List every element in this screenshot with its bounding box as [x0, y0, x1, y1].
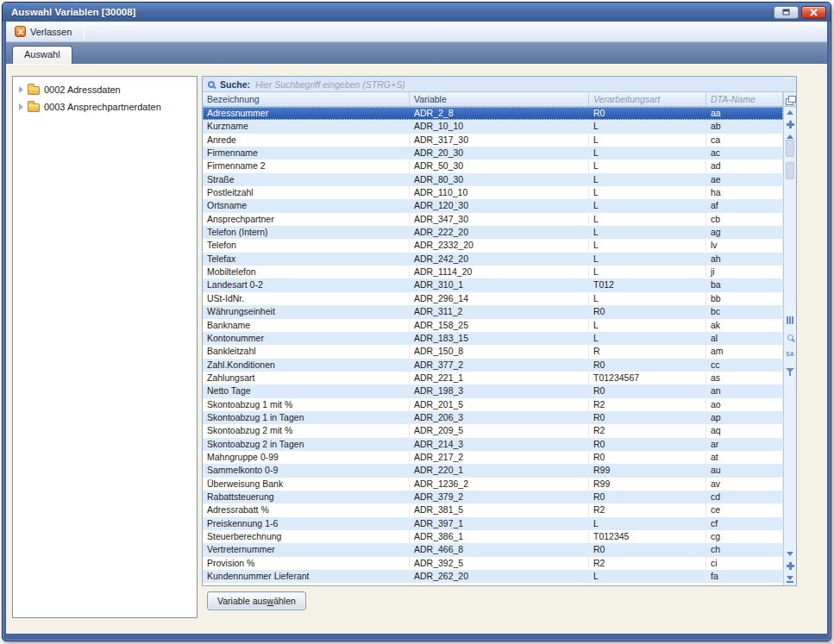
table-row[interactable]: Skontoabzug 1 mit %ADR_201_5R2ao — [203, 398, 783, 411]
verarbeitungsart-cell: R0 — [589, 438, 706, 451]
table-row[interactable]: BankleitzahlADR_150_8Ram — [203, 345, 783, 358]
table-row[interactable]: StraßeADR_80_30Lae — [203, 173, 783, 186]
verarbeitungsart-cell: R2 — [589, 503, 706, 516]
bezeichnung-cell: Bankname — [203, 319, 410, 332]
restore-icon — [782, 9, 790, 16]
table-row[interactable]: Firmenname 2ADR_50_30Lad — [203, 159, 783, 172]
titlebar[interactable]: Auswahl Variablen [30008] — [3, 3, 831, 22]
table-row[interactable]: AnredeADR_317_30Lca — [203, 134, 783, 147]
verarbeitungsart-cell: R0 — [589, 451, 706, 464]
table-row[interactable]: Provision %ADR_392_5R2ci — [203, 557, 783, 570]
dta-name-cell: cf — [706, 517, 783, 530]
scroll-to-bottom-button[interactable] — [787, 576, 793, 583]
table-row[interactable]: SteuerberechnungADR_386_1T012345cg — [203, 530, 783, 543]
table-row[interactable]: BanknameADR_158_25Lak — [203, 319, 783, 332]
scroll-down-button[interactable] — [787, 552, 793, 556]
scrollbar-thumb[interactable] — [786, 140, 794, 157]
jump-up-button[interactable] — [787, 121, 794, 128]
dta-name-cell: cb — [706, 213, 783, 226]
scroll-up-button[interactable] — [787, 134, 793, 139]
variable-cell: ADR_296_14 — [410, 292, 589, 305]
table-row[interactable]: FirmennameADR_20_30Lac — [203, 147, 783, 159]
bezeichnung-cell: Ansprechpartner — [203, 213, 410, 226]
column-header-verarbeitungsart[interactable]: Verarbeitungsart — [589, 92, 706, 106]
verarbeitungsart-cell: R2 — [589, 398, 706, 411]
table-row[interactable]: Preiskennung 1-6ADR_397_1Lcf — [203, 517, 783, 530]
table-row[interactable]: USt-IdNr.ADR_296_14Lbb — [203, 292, 783, 305]
table-row[interactable]: AnsprechpartnerADR_347_30Lcb — [203, 213, 783, 226]
bezeichnung-cell: Straße — [203, 173, 410, 186]
table-row[interactable]: PostleitzahlADR_110_10Lha — [203, 186, 783, 199]
variable-cell: ADR_1236_2 — [410, 478, 589, 491]
column-header-dta-name[interactable]: DTA-Name — [706, 92, 783, 106]
variable-cell: ADR_1114_20 — [410, 266, 589, 278]
table-row[interactable]: Überweisung BankADR_1236_2R99av — [203, 478, 783, 491]
table-row[interactable]: Kundennummer LieferantADR_262_20Lfa — [203, 570, 783, 583]
table-row[interactable]: Netto TageADR_198_3R0an — [203, 385, 783, 397]
restore-window-button[interactable] — [774, 6, 799, 19]
table-row[interactable]: Adressrabatt %ADR_381_5R2ce — [203, 503, 783, 516]
column-header-bezeichnung[interactable]: Bezeichnung — [203, 92, 410, 106]
variable-cell: ADR_201_5 — [410, 398, 589, 411]
verarbeitungsart-cell: L — [589, 173, 706, 186]
verarbeitungsart-cell: L — [589, 332, 706, 345]
dta-name-cell: ag — [706, 226, 783, 239]
dta-name-cell: ca — [706, 134, 783, 147]
table-row[interactable]: ZahlungsartADR_221_1T01234567as — [203, 372, 783, 385]
table-row[interactable]: Landesart 0-2ADR_310_1T012ba — [203, 278, 783, 291]
table-row[interactable]: Skontoabzug 1 in TagenADR_206_3R0ap — [203, 411, 783, 424]
table-row[interactable]: OrtsnameADR_120_30Laf — [203, 199, 783, 212]
table-row[interactable]: Sammelkonto 0-9ADR_220_1R99au — [203, 464, 783, 477]
bezeichnung-cell: Postleitzahl — [203, 186, 410, 199]
folder-icon — [28, 86, 40, 95]
expand-icon[interactable] — [19, 103, 23, 110]
jump-down-button[interactable] — [787, 562, 794, 570]
scroll-to-top-button[interactable] — [787, 109, 793, 115]
scrollbar-thumb[interactable] — [786, 162, 794, 179]
column-chooser-button[interactable] — [784, 92, 796, 107]
variable-auswaehlen-button[interactable]: Variable auswählen — [207, 591, 306, 610]
table-row[interactable]: TelefonADR_2332_20Llv — [203, 239, 783, 252]
verarbeitungsart-cell: L — [589, 266, 706, 278]
table-row[interactable]: Zahl.KonditionenADR_377_2R0cc — [203, 359, 783, 372]
tree-item[interactable]: 0002 Adressdaten — [13, 81, 197, 98]
verarbeitungsart-cell: L — [589, 134, 706, 147]
expand-icon[interactable] — [19, 86, 23, 93]
table-row[interactable]: RabattsteuerungADR_379_2R0cd — [203, 491, 783, 503]
bezeichnung-cell: Firmenname — [203, 147, 410, 159]
table-row[interactable]: KurznameADR_10_10Lab — [203, 120, 783, 133]
table-row[interactable]: WährungseinheitADR_311_2R0bc — [203, 305, 783, 318]
bezeichnung-cell: Landesart 0-2 — [203, 278, 410, 291]
grid-search-icon[interactable] — [787, 335, 793, 341]
grid-scrollbar[interactable]: SA — [784, 107, 796, 585]
table-row[interactable]: VertreternummerADR_466_8R0ch — [203, 543, 783, 556]
table-row[interactable]: AdressnummerADR_2_8R0aa — [203, 107, 783, 120]
tab-auswahl[interactable]: Auswahl — [12, 46, 72, 64]
verarbeitungsart-cell: L — [589, 239, 706, 252]
bezeichnung-cell: Skontoabzug 1 mit % — [203, 398, 410, 411]
table-row[interactable]: Skontoabzug 2 mit %ADR_209_5R2aq — [203, 424, 783, 437]
table-row[interactable]: Skontoabzug 2 in TagenADR_214_3R0ar — [203, 438, 783, 451]
search-input[interactable] — [255, 79, 796, 90]
dta-name-cell: ji — [706, 266, 783, 278]
dta-name-cell: ce — [706, 503, 783, 516]
tree-item[interactable]: 0003 Ansprechpartnerdaten — [13, 98, 197, 116]
table-row[interactable]: Telefon (Intern)ADR_222_20Lag — [203, 226, 783, 239]
bezeichnung-cell: Provision % — [203, 557, 410, 570]
table-row[interactable]: KontonummerADR_183_15Lal — [203, 332, 783, 345]
filter-icon[interactable] — [786, 368, 794, 376]
table-row[interactable]: TelefaxADR_242_20Lah — [203, 253, 783, 266]
table-row[interactable]: Mahngruppe 0-99ADR_217_2R0at — [203, 451, 783, 464]
close-window-button[interactable] — [801, 6, 826, 19]
column-chooser-icon — [786, 96, 794, 103]
dta-name-cell: ar — [706, 438, 783, 451]
verlassen-button[interactable]: Verlassen — [11, 24, 78, 39]
variable-cell: ADR_347_30 — [410, 213, 589, 226]
column-select-icon[interactable] — [787, 316, 793, 324]
column-header-variable[interactable]: Variable — [410, 92, 589, 106]
variable-cell: ADR_317_30 — [410, 134, 589, 147]
table-row[interactable]: MobiltelefonADR_1114_20Lji — [203, 266, 783, 278]
dta-name-cell: an — [706, 385, 783, 397]
sort-icon[interactable]: SA — [786, 351, 794, 358]
bezeichnung-cell: Sammelkonto 0-9 — [203, 464, 410, 477]
